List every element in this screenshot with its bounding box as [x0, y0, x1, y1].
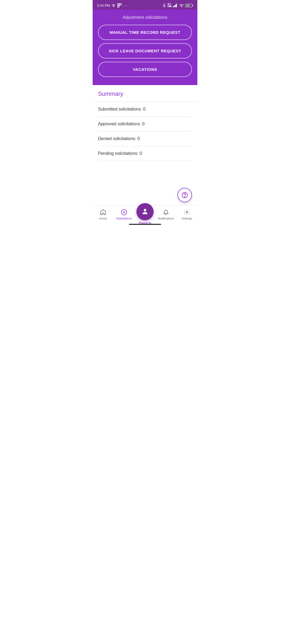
solicitations-label: Solicitations [116, 217, 132, 220]
wifi-icon [179, 3, 184, 7]
punch-in-circle [136, 203, 154, 220]
help-button[interactable] [177, 188, 192, 202]
svg-rect-9 [174, 5, 175, 7]
home-icon [100, 209, 107, 216]
battery-level: 44 [188, 5, 190, 6]
submitted-solicitations: Submitted solicitations: 0 [98, 102, 192, 117]
status-bar: 3:43 PM ··· [93, 0, 197, 10]
svg-rect-5 [120, 4, 121, 5]
muted-bell-icon [167, 3, 172, 8]
denied-solicitations: Denied solicitations: 0 [98, 131, 192, 146]
battery-indicator: 44 [185, 4, 193, 7]
home-label: Home [99, 217, 107, 220]
status-right: 44 [163, 3, 193, 8]
status-left: 3:43 PM ··· [97, 3, 128, 8]
notifications-icon [162, 209, 169, 216]
signal-icon [173, 3, 178, 7]
vacations-button[interactable]: VACATIONS [98, 62, 192, 77]
approved-count: 0 [142, 122, 145, 126]
svg-point-19 [186, 211, 188, 213]
bottom-navigation: Home Solicitations Punch In [93, 205, 197, 226]
solicitations-icon [121, 209, 128, 216]
summary-title: Summary [98, 90, 192, 97]
submitted-label: Submitted solicitations: [98, 107, 142, 111]
svg-rect-4 [118, 4, 119, 5]
nav-notifications[interactable]: Notifications [155, 209, 176, 220]
svg-rect-8 [173, 6, 174, 7]
content-section: Summary Submitted solicitations: 0 Appro… [93, 85, 197, 161]
svg-point-12 [181, 6, 182, 7]
nav-home[interactable]: Home [93, 209, 114, 220]
bluetooth-icon [163, 3, 166, 8]
pending-solicitations: Pending solicitations: 0 [98, 146, 192, 161]
nav-settings[interactable]: Settings [176, 209, 197, 220]
pending-label: Pending solicitations: [98, 151, 138, 156]
home-indicator [129, 224, 161, 225]
approved-solicitations: Approved solicitations: 0 [98, 117, 192, 131]
question-mark-icon [182, 192, 188, 198]
submitted-count: 0 [143, 107, 146, 111]
svg-rect-11 [176, 4, 177, 7]
notifications-label: Notifications [158, 217, 174, 220]
svg-point-0 [113, 6, 114, 7]
denied-label: Denied solicitations: [98, 136, 136, 141]
settings-icon [183, 209, 190, 216]
sick-leave-button[interactable]: SICK LEAVE DOCUMENT REQUEST [98, 43, 192, 58]
pending-count: 0 [140, 151, 142, 156]
svg-point-18 [144, 209, 146, 211]
qr-icon [117, 3, 122, 8]
header-section: Adjustment solicitations MANUAL TIME REC… [93, 10, 197, 85]
nav-solicitations[interactable]: Solicitations [114, 209, 135, 220]
approved-label: Approved solicitations: [98, 122, 141, 126]
svg-rect-6 [118, 6, 119, 7]
wifi-icon-1 [111, 4, 116, 7]
nav-punch-in[interactable]: Punch In [135, 203, 155, 226]
manual-time-button[interactable]: MANUAL TIME RECORD REQUEST [98, 25, 192, 40]
denied-count: 0 [137, 136, 140, 141]
settings-label: Settings [182, 217, 192, 220]
section-title: Adjustment solicitations [98, 15, 192, 20]
time-display: 3:43 PM [97, 3, 110, 8]
dots-icon: ··· [123, 3, 128, 8]
svg-point-14 [184, 196, 185, 197]
person-icon [141, 208, 149, 215]
svg-rect-10 [175, 5, 176, 7]
